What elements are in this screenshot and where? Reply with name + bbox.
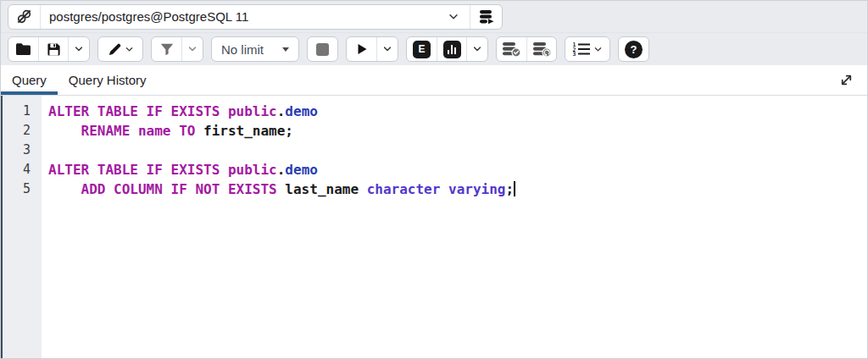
line-number: 4 (3, 160, 31, 180)
file-button-group (8, 36, 90, 62)
sql-token-keyword: ADD COLUMN IF NOT EXISTS (81, 181, 277, 197)
line-number: 3 (3, 141, 31, 160)
tab-query-history-label: Query History (69, 73, 147, 87)
sql-token-plain: last_name (277, 181, 367, 197)
caret-down-icon (282, 47, 289, 52)
sql-token-plain: . (277, 103, 286, 119)
expand-icon (839, 73, 854, 87)
explain-button[interactable]: E (407, 37, 437, 61)
save-button[interactable] (38, 37, 68, 61)
connection-selector[interactable]: postgres/postgres@PostgreSQL 11 (41, 5, 448, 29)
connection-selector-value: postgres/postgres@PostgreSQL 11 (49, 9, 248, 24)
tab-query-history[interactable]: Query History (58, 65, 158, 95)
help-button-group: ? (618, 36, 649, 62)
gutter: 12345 (3, 96, 42, 359)
chevron-down-icon (74, 44, 84, 54)
connection-bar: postgres/postgres@PostgreSQL 11 (1, 1, 867, 33)
stop-button-group (307, 36, 338, 62)
sql-token-identifier: demo (285, 162, 318, 178)
sql-token-builtin: character varying (367, 181, 506, 197)
rollback-button[interactable] (526, 37, 556, 61)
new-connection-db-icon (478, 8, 495, 25)
line-number: 1 (3, 102, 31, 121)
explain-analyze-icon (443, 41, 461, 58)
execute-button[interactable] (347, 37, 376, 61)
chevron-down-icon (187, 44, 198, 54)
macro-icon: 123 (572, 42, 591, 56)
chevron-down-icon (593, 45, 603, 54)
open-file-icon (15, 42, 31, 56)
code-lines[interactable]: ALTER TABLE IF EXISTS public.demo RENAME… (42, 96, 867, 359)
help-icon: ? (625, 41, 643, 58)
row-limit-select[interactable]: No limit (211, 36, 299, 62)
edit-dropdown-button[interactable] (98, 37, 142, 61)
query-toolbar: No limit E (1, 33, 867, 65)
stop-icon (316, 43, 329, 56)
filter-icon (160, 43, 174, 56)
connection-status-icon (8, 5, 41, 29)
execute-button-group (346, 36, 398, 62)
text-cursor (514, 181, 515, 196)
sql-token-plain: first_name; (195, 123, 293, 139)
code-line[interactable]: RENAME name TO first_name; (48, 121, 867, 141)
connection-widget: postgres/postgres@PostgreSQL 11 (8, 4, 503, 30)
rollback-icon (532, 41, 552, 58)
explain-icon: E (413, 41, 431, 58)
execute-options-dropdown[interactable] (376, 37, 398, 61)
filter-button-group (151, 36, 203, 62)
sql-token-keyword: RENAME name TO (81, 123, 196, 139)
transaction-button-group (496, 36, 557, 62)
line-number: 2 (3, 121, 31, 141)
tab-query-label: Query (12, 73, 47, 87)
save-options-dropdown[interactable] (68, 37, 89, 61)
filter-options-dropdown[interactable] (181, 37, 203, 61)
execute-icon (356, 43, 368, 55)
chevron-down-icon (125, 45, 134, 54)
filter-button[interactable] (152, 37, 181, 61)
sql-token-keyword: ALTER TABLE IF EXISTS public (48, 162, 277, 178)
code-line[interactable]: ADD COLUMN IF NOT EXISTS last_name chara… (48, 180, 867, 199)
tab-query[interactable]: Query (1, 65, 58, 95)
sql-token-identifier: demo (285, 103, 318, 119)
expand-panel-button[interactable] (839, 65, 854, 95)
sql-token-plain: . (277, 162, 286, 178)
stop-button[interactable] (308, 37, 337, 61)
sql-token-keyword: ALTER TABLE IF EXISTS public (48, 103, 277, 119)
code-line[interactable]: ALTER TABLE IF EXISTS public.demo (48, 102, 867, 121)
editor-tab-bar: Query Query History (1, 65, 867, 96)
explain-options-dropdown[interactable] (466, 37, 487, 61)
macro-dropdown-button[interactable]: 123 (565, 37, 609, 61)
edit-button-group (97, 36, 143, 62)
sql-token-plain: ; (505, 181, 514, 197)
code-line[interactable]: ALTER TABLE IF EXISTS public.demo (48, 160, 867, 180)
sql-editor[interactable]: 12345 ALTER TABLE IF EXISTS public.demo … (1, 96, 867, 359)
chevron-down-icon (472, 44, 482, 54)
help-button[interactable]: ? (619, 37, 648, 61)
line-number: 5 (3, 180, 31, 199)
explain-button-group: E (406, 36, 488, 62)
open-file-button[interactable] (8, 37, 38, 61)
commit-button[interactable] (497, 37, 526, 61)
chevron-down-icon (382, 44, 392, 54)
new-connection-button[interactable] (470, 5, 502, 29)
save-icon (47, 42, 61, 57)
macro-button-group: 123 (565, 36, 610, 62)
svg-text:3: 3 (573, 51, 576, 56)
code-line[interactable] (48, 141, 867, 160)
sql-token-plain (48, 181, 81, 197)
explain-analyze-button[interactable] (437, 37, 466, 61)
sql-token-plain (48, 123, 81, 139)
commit-icon (502, 41, 521, 58)
edit-icon (108, 42, 122, 57)
chevron-down-icon[interactable] (448, 11, 470, 23)
row-limit-value: No limit (221, 42, 264, 57)
